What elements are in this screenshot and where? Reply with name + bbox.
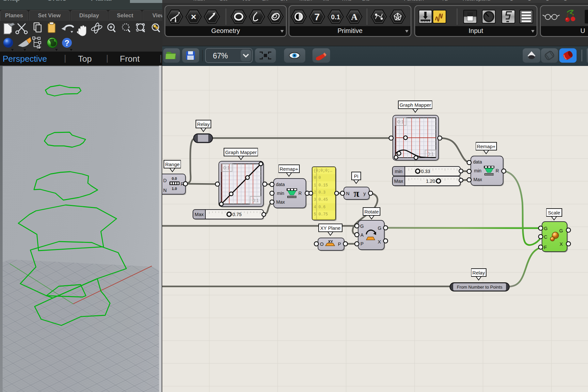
svg-text:Max: Max [473,177,482,182]
svg-text:0.33: 0.33 [421,169,430,174]
svg-text:Scale: Scale [548,210,560,215]
svg-text:A: A [360,232,364,238]
svg-text:XY Plane: XY Plane [320,225,341,231]
svg-text:2 0.3: 2 0.3 [314,190,326,195]
svg-text:0:1: 0:1 [252,198,259,203]
svg-text:Input: Input [469,27,483,34]
svg-text:Max: Max [276,199,285,205]
svg-text:P: P [360,241,364,246]
svg-text:data: data [473,159,482,165]
svg-text:0:1: 0:1 [427,151,434,157]
svg-text:Max: Max [394,179,403,184]
svg-text:R: R [298,191,302,196]
svg-text:F: F [544,245,547,250]
svg-text:D: D [163,178,167,183]
svg-text:0 0: 0 0 [314,176,321,180]
svg-text:G: G [378,226,381,231]
svg-text:G: G [360,224,364,229]
svg-text:Range: Range [165,162,180,167]
svg-text:5 0.75: 5 0.75 [314,212,328,217]
svg-text:min: min [395,169,402,174]
svg-text:π: π [354,187,359,199]
svg-text:min: min [277,191,284,196]
svg-text:XY: XY [328,240,333,243]
svg-text:Remap+: Remap+ [279,166,298,172]
svg-text:7: 7 [314,11,320,22]
svg-text:×: × [191,12,196,22]
svg-text:0.0: 0.0 [172,177,177,180]
svg-text:{0;0;0;…: {0;0;0;… [313,168,332,173]
svg-text:Max: Max [195,212,204,217]
svg-text:1.20: 1.20 [426,179,435,184]
svg-text:Rotate: Rotate [364,209,379,214]
svg-text:1 0.15: 1 0.15 [314,183,328,188]
svg-text:3 0.45: 3 0.45 [314,197,328,202]
svg-text:data: data [276,182,285,187]
svg-text:Graph Mapper: Graph Mapper [400,102,431,108]
svg-text:Remap+: Remap+ [477,144,495,149]
svg-text:P: P [338,242,341,247]
svg-text:Graph Mapper: Graph Mapper [225,149,257,155]
svg-text:?: ? [65,39,70,47]
svg-text:0:1: 0:1 [397,119,404,124]
svg-text:C: C [544,234,547,240]
svg-text:0:1: 0:1 [223,165,230,170]
svg-text:O: O [320,242,324,247]
svg-text:4 0.6: 4 0.6 [314,205,326,210]
svg-text:Geometry: Geometry [211,27,240,34]
svg-text:Relay: Relay [472,270,485,275]
svg-text:A: A [351,12,358,22]
svg-text:X: X [378,239,381,244]
svg-text:67%: 67% [213,52,228,60]
svg-text:y: y [363,191,366,196]
svg-text:N: N [346,191,349,196]
svg-text:1.0: 1.0 [172,187,177,191]
svg-text:Pi: Pi [354,173,358,179]
svg-text:Primitive: Primitive [338,27,363,34]
svg-text:G: G [544,226,548,231]
svg-text:R: R [496,168,499,173]
svg-text:U: U [580,27,585,34]
svg-text:X: X [560,242,563,247]
svg-text:Relay: Relay [197,121,210,127]
svg-text:0.75: 0.75 [232,212,242,217]
svg-text:min: min [474,168,482,173]
svg-text:N: N [163,188,167,193]
svg-text:0.1: 0.1 [331,13,340,21]
svg-text:From Number to Points: From Number to Points [457,285,502,290]
svg-text:G: G [559,228,563,233]
